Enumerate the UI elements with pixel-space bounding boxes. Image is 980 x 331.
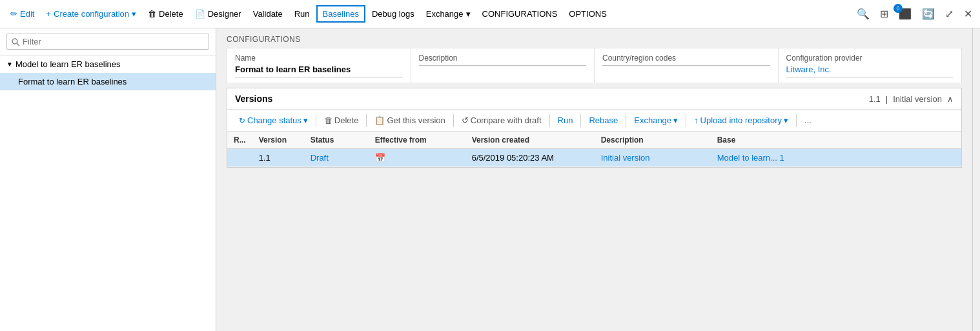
expand-icon[interactable]: ⤢ [943, 5, 956, 23]
version-number: 1.1 [869, 94, 881, 104]
toolbar-separator-3 [453, 114, 454, 127]
cell-effective-from: 📅 [369, 149, 465, 167]
tree-child-item[interactable]: Format to learn ER baselines [0, 73, 216, 90]
toolbar-separator-6 [626, 114, 626, 127]
grid-icon[interactable]: ⊞ [877, 5, 891, 23]
delete-button[interactable]: 🗑 Delete [143, 6, 189, 21]
country-label: Country/region codes [602, 54, 770, 63]
create-configuration-button[interactable]: + Create configuration ▾ [41, 6, 141, 21]
col-header-status: Status [304, 132, 369, 149]
version-separator: | [886, 94, 888, 104]
versions-panel: Versions 1.1 | Initial version ∧ ↻ Chang… [227, 88, 962, 168]
cell-version: 1.1 [252, 149, 304, 167]
main-toolbar: ✏ Edit + Create configuration ▾ 🗑 Delete… [0, 0, 980, 28]
collapse-icon: ▼ [6, 61, 13, 68]
filter-input[interactable] [6, 34, 209, 50]
main-layout: ▼ Model to learn ER baselines Format to … [0, 28, 980, 331]
versions-header: Versions 1.1 | Initial version ∧ [227, 88, 961, 110]
close-icon[interactable]: ✕ [961, 5, 975, 23]
more-options-button[interactable]: ... [801, 114, 815, 127]
config-country-field: Country/region codes [595, 48, 779, 83]
cell-description[interactable]: Initial version [595, 149, 711, 167]
run-button[interactable]: Run [289, 6, 315, 21]
name-value: Format to learn ER baselines [235, 65, 403, 74]
sidebar: ▼ Model to learn ER baselines Format to … [0, 28, 216, 331]
baselines-button[interactable]: Baselines [316, 5, 365, 23]
versions-table: R... Version Status Effective from Versi… [227, 132, 961, 167]
compare-icon: ↺ [462, 115, 469, 125]
get-this-version-button[interactable]: 📋 Get this version [371, 114, 449, 127]
tree-parent-label: Model to learn ER baselines [15, 59, 121, 69]
upload-chevron-icon: ▾ [784, 115, 788, 125]
cell-r [227, 149, 252, 167]
configurations-nav-button[interactable]: CONFIGURATIONS [477, 6, 563, 21]
versions-meta: 1.1 | Initial version ∧ [869, 94, 954, 104]
upload-repository-button[interactable]: ↑ Upload into repository ▾ [690, 114, 792, 127]
description-label: Description [419, 54, 587, 63]
delete-icon: 🗑 [148, 9, 156, 19]
config-provider-field: Configuration provider Litware, Inc. [779, 48, 962, 83]
cell-status: Draft [304, 149, 369, 167]
table-body: 1.1 Draft 📅 6/5/2019 05:20:23 AM Initial… [227, 149, 961, 167]
config-header: CONFIGURATIONS Name Format to learn ER b… [227, 35, 962, 88]
collapse-versions-icon[interactable]: ∧ [947, 94, 954, 104]
change-status-button[interactable]: ↻ Change status ▾ [235, 114, 312, 127]
col-header-version-created: Version created [465, 132, 595, 149]
name-label: Name [235, 54, 403, 63]
notification-badge: 0 [893, 4, 903, 13]
debug-logs-button[interactable]: Debug logs [367, 6, 420, 21]
cell-base[interactable]: Model to learn... 1 [711, 149, 961, 167]
col-header-r: R... [227, 132, 252, 149]
exchange-chevron-icon: ▾ [466, 9, 471, 19]
get-version-icon: 📋 [374, 115, 385, 125]
toolbar-separator-7 [686, 114, 686, 127]
tree-child-label: Format to learn ER baselines [18, 77, 127, 86]
versions-delete-button[interactable]: 🗑 Delete [320, 114, 363, 127]
upload-icon: ↑ [694, 115, 699, 125]
versions-exchange-button[interactable]: Exchange ▾ [630, 114, 682, 127]
toolbar-separator-8 [796, 114, 797, 127]
calendar-icon[interactable]: 📅 [375, 153, 385, 163]
edit-icon: ✏ [10, 9, 17, 19]
provider-value[interactable]: Litware, Inc. [786, 65, 954, 74]
filter-box [0, 28, 216, 55]
refresh-icon[interactable]: 🔄 [919, 5, 937, 23]
content-area: CONFIGURATIONS Name Format to learn ER b… [216, 28, 972, 331]
exchange-chevron-icon-2: ▾ [673, 115, 678, 125]
col-header-version: Version [252, 132, 304, 149]
edit-button[interactable]: ✏ Edit [5, 6, 39, 21]
col-header-base: Base [711, 132, 961, 149]
validate-button[interactable]: Validate [248, 6, 288, 21]
config-description-field: Description [411, 48, 595, 83]
refresh-small-icon: ↻ [239, 116, 245, 125]
plus-icon: + [46, 9, 51, 19]
versions-run-button[interactable]: Run [554, 114, 577, 127]
toolbar-right-area: 🔍 ⊞ ⬛ 0 🔄 ⤢ ✕ [854, 5, 975, 23]
table-row[interactable]: 1.1 Draft 📅 6/5/2019 05:20:23 AM Initial… [227, 149, 961, 167]
rebase-button[interactable]: Rebase [585, 114, 622, 127]
scrollbar[interactable] [972, 28, 980, 331]
designer-button[interactable]: 📄 Designer [190, 6, 247, 21]
col-header-effective-from: Effective from [369, 132, 465, 149]
col-header-description: Description [595, 132, 711, 149]
toolbar-separator-4 [549, 114, 550, 127]
config-section-title: CONFIGURATIONS [227, 35, 962, 44]
provider-label: Configuration provider [786, 54, 954, 63]
status-badge: Draft [311, 153, 329, 163]
toolbar-separator-1 [316, 114, 316, 127]
versions-toolbar: ↻ Change status ▾ 🗑 Delete 📋 Get this ve… [227, 110, 961, 132]
config-fields: Name Format to learn ER baselines Descri… [227, 48, 962, 83]
chevron-down-icon: ▾ [132, 9, 136, 19]
config-name-field: Name Format to learn ER baselines [227, 48, 411, 83]
search-icon[interactable]: 🔍 [854, 5, 872, 23]
versions-title: Versions [235, 94, 272, 104]
cell-version-created: 6/5/2019 05:20:23 AM [465, 149, 595, 167]
compare-with-draft-button[interactable]: ↺ Compare with draft [458, 114, 546, 127]
exchange-button[interactable]: Exchange ▾ [421, 6, 476, 21]
options-button[interactable]: OPTIONS [564, 6, 612, 21]
version-label: Initial version [893, 94, 942, 104]
change-status-chevron: ▾ [303, 115, 308, 125]
table-header: R... Version Status Effective from Versi… [227, 132, 961, 149]
tree-parent-item[interactable]: ▼ Model to learn ER baselines [0, 55, 216, 73]
versions-delete-icon: 🗑 [324, 115, 332, 125]
